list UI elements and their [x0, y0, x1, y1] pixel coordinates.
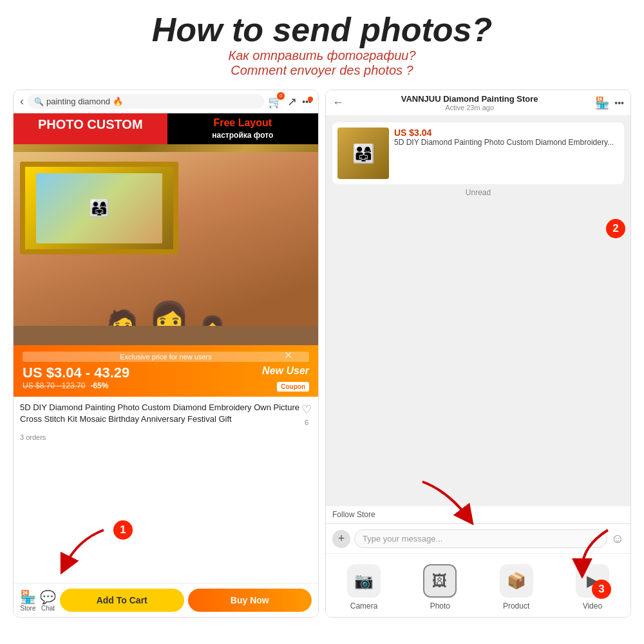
more-icon[interactable]: ••• [302, 97, 312, 107]
store-btn[interactable]: 🏪 Store [20, 589, 36, 612]
camera-icon-circle: 📷 [347, 564, 381, 598]
page-wrapper: How to send photos? Как отправить фотогр… [0, 0, 644, 644]
product-thumb: 👨‍👩‍👧 [337, 128, 389, 179]
product-action[interactable]: 📦 Product [500, 564, 533, 611]
arrow-2 [410, 478, 474, 530]
product-photo-bg: 👨‍👩‍👧 🧑 👩 👧 [14, 152, 318, 345]
video-label: Video [583, 601, 602, 611]
search-text: painting diamond 🔥 [46, 97, 123, 106]
discount-badge: -65% [90, 381, 108, 390]
arrow-1 [52, 527, 129, 578]
photo-icon-circle: 🖼 [423, 564, 457, 598]
price-bar: Exclusive price for new users US $3.04 -… [14, 345, 318, 397]
cart-icon[interactable]: 🛒0 [268, 95, 282, 109]
subtitle-fr: Comment envoyer des photos ? [0, 63, 644, 78]
unread-label: Unread [332, 188, 624, 197]
more-icon-right[interactable]: ••• [614, 98, 624, 108]
heart-area: ♡ 6 [301, 402, 312, 428]
coupon-btn[interactable]: Coupon [277, 382, 309, 392]
plus-button[interactable]: + [332, 530, 350, 548]
store-label: Store [21, 605, 36, 612]
share-icon[interactable]: ↗ [287, 95, 297, 109]
chat-icons: 🏪 ••• [595, 96, 624, 110]
store-name: VANNJUU Diamond Painting Store [344, 94, 595, 104]
frame-inner-photo: 👨‍👩‍👧 [36, 173, 162, 243]
picture-frame: 👨‍👩‍👧 [20, 162, 178, 254]
chat-btn[interactable]: 💬 Chat [40, 589, 56, 612]
chat-label: Chat [41, 605, 55, 612]
table-sim [14, 326, 318, 345]
bottom-bar: 🏪 Store 💬 Chat Add To Cart Buy Now [14, 583, 318, 617]
product-label: Product [503, 601, 529, 611]
chat-top-bar: ← VANNJUU Diamond Painting Store Active … [326, 90, 630, 116]
product-preview-info: US $3.04 5D DIY Diamond Painting Photo C… [394, 128, 619, 179]
cart-badge: 0 [277, 92, 285, 100]
exclusive-banner: Exclusive price for new users [23, 352, 309, 362]
store-info: VANNJUU Diamond Painting Store Active 23… [344, 94, 595, 111]
back-button[interactable]: ‹ [20, 95, 24, 108]
search-bar[interactable]: 🔍 painting diamond 🔥 [28, 94, 264, 109]
follow-store-bar: Follow Store [326, 506, 630, 524]
top-icons: 🛒0 ↗ ••• [268, 95, 312, 109]
chat-back-btn[interactable]: ← [332, 96, 344, 109]
header: How to send photos? Как отправить фотогр… [0, 0, 644, 83]
right-panel: ← VANNJUU Diamond Painting Store Active … [325, 90, 631, 618]
new-user-label: New User [262, 365, 309, 377]
heart-count: 6 [305, 418, 308, 428]
main-title: How to send photos? [0, 12, 644, 48]
camera-label: Camera [350, 601, 378, 611]
photo-label: Photo [430, 601, 450, 611]
buy-now-button[interactable]: Buy Now [188, 589, 312, 612]
product-image-area: PHOTO CUSTOM Free Layout настройка фото … [14, 113, 318, 345]
store-icon-right[interactable]: 🏪 [595, 96, 609, 110]
search-icon: 🔍 [34, 97, 44, 106]
store-active: Active 23m ago [344, 104, 595, 111]
product-desc: 5D DIY Diamond Painting Photo Custom Dia… [14, 397, 318, 433]
store-icon: 🏪 [20, 589, 36, 605]
chat-messages: 👨‍👩‍👧 US $3.04 5D DIY Diamond Painting P… [326, 116, 630, 506]
price-old-row: US $8.70 - 123.70 -65% [23, 381, 309, 390]
product-thumb-icon: 👨‍👩‍👧 [352, 143, 375, 164]
badge-3: 3 [592, 580, 611, 599]
left-panel: ‹ 🔍 painting diamond 🔥 🛒0 ↗ ••• PHOTO CU… [13, 90, 319, 618]
photo-action[interactable]: 🖼 Photo [423, 564, 457, 611]
price-old: US $8.70 - 123.70 [23, 381, 85, 390]
badge-2: 2 [606, 219, 625, 238]
product-name-preview: 5D DIY Diamond Painting Photo Custom Dia… [394, 138, 619, 148]
left-phone-top-bar: ‹ 🔍 painting diamond 🔥 🛒0 ↗ ••• [14, 90, 318, 113]
photo-custom-label: PHOTO CUSTOM [14, 113, 167, 144]
free-layout-label: Free Layout настройка фото [167, 113, 319, 144]
product-title: 5D DIY Diamond Painting Photo Custom Dia… [20, 402, 301, 425]
product-icon-circle: 📦 [500, 564, 533, 598]
close-price-btn[interactable]: ✕ [284, 349, 292, 361]
panels: ‹ 🔍 painting diamond 🔥 🛒0 ↗ ••• PHOTO CU… [0, 83, 644, 624]
arrow-3 [569, 527, 621, 578]
chat-icon: 💬 [40, 589, 56, 605]
camera-action[interactable]: 📷 Camera [347, 564, 381, 611]
price-main: US $3.04 - 43.29 [23, 365, 129, 381]
subtitle-ru: Как отправить фотографии? [0, 48, 644, 63]
add-to-cart-button[interactable]: Add To Cart [60, 589, 184, 612]
price-row: US $3.04 - 43.29 New User [23, 365, 309, 381]
product-preview-card: 👨‍👩‍👧 US $3.04 5D DIY Diamond Painting P… [332, 122, 624, 184]
product-price-preview: US $3.04 [394, 128, 619, 138]
orders-text: 3 orders [14, 433, 318, 445]
photo-custom-banner: PHOTO CUSTOM Free Layout настройка фото [14, 113, 318, 144]
heart-icon[interactable]: ♡ [301, 402, 312, 418]
